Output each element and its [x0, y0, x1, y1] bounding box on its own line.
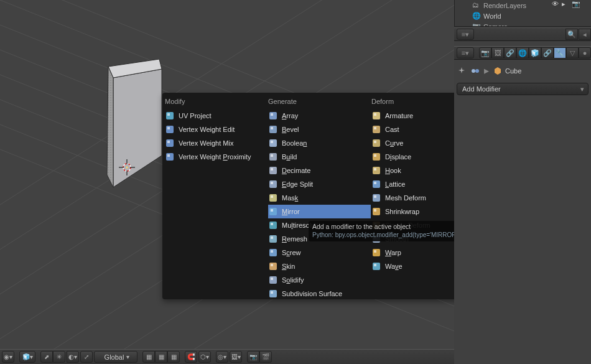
- svg-rect-68: [374, 141, 376, 143]
- tab-render[interactable]: 📷: [479, 47, 491, 58]
- modifier-item-solidify[interactable]: Solidify: [268, 273, 371, 287]
- svg-rect-56: [271, 250, 273, 253]
- svg-rect-30: [167, 127, 170, 129]
- world-icon: 🌐: [472, 12, 481, 21]
- svg-rect-28: [167, 113, 170, 116]
- scene-icon[interactable]: [470, 66, 480, 76]
- modifier-item-build[interactable]: Build: [268, 150, 371, 164]
- skin-icon: [268, 261, 278, 271]
- layers-2[interactable]: ▦: [155, 351, 167, 363]
- modifier-item-vertex-weight-proximity[interactable]: Vertex Weight Proximity: [165, 150, 268, 164]
- solid-icon: [268, 275, 278, 285]
- editor-type-button[interactable]: ≡▾: [457, 29, 474, 40]
- svg-marker-19: [107, 67, 113, 187]
- modifier-item-skin[interactable]: Skin: [268, 259, 371, 273]
- modifier-item-uv-project[interactable]: UV Project: [165, 109, 268, 123]
- svg-rect-86: [374, 264, 376, 266]
- breadcrumb[interactable]: Cube: [493, 66, 521, 76]
- modifier-label: Bevel: [282, 126, 299, 133]
- col-head: Modify: [165, 95, 268, 109]
- btn-pivot[interactable]: ◐▾: [67, 351, 79, 363]
- svg-rect-48: [271, 195, 273, 198]
- dropdown-label: Add Modifier: [462, 85, 501, 93]
- modifier-item-edge-split[interactable]: Edge Split: [268, 177, 371, 191]
- modifier-label: Wave: [385, 263, 403, 270]
- deci-icon: [268, 166, 278, 175]
- modifier-item-mask[interactable]: Mask: [268, 191, 371, 205]
- arm-icon: [371, 111, 381, 121]
- cam-btn[interactable]: 📷: [247, 351, 259, 363]
- svg-rect-32: [167, 141, 170, 143]
- tab-scene[interactable]: 🔗: [504, 47, 516, 58]
- svg-rect-52: [271, 223, 273, 225]
- layers-3[interactable]: ▦: [167, 351, 180, 363]
- clap-btn[interactable]: 🎬: [259, 351, 272, 363]
- modifier-label: Array: [282, 112, 298, 119]
- modifier-label: Shrinkwrap: [385, 208, 419, 215]
- layers-1[interactable]: ▦: [142, 351, 155, 363]
- pin-icon[interactable]: [457, 66, 467, 76]
- outliner-item[interactable]: 📷 Camera: [455, 21, 591, 26]
- col-head: Generate: [268, 95, 371, 109]
- modifier-item-decimate[interactable]: Decimate: [268, 164, 371, 177]
- modifier-label: Curve: [385, 139, 403, 147]
- outliner[interactable]: 👁▸📷 🗂 RenderLayers 🌐 World 📷 Camera: [454, 0, 591, 26]
- modifier-label: Screw: [282, 249, 301, 256]
- add-modifier-dropdown[interactable]: Add Modifier: [457, 83, 589, 95]
- render-btn[interactable]: 🖼▾: [230, 351, 242, 363]
- svg-rect-78: [374, 209, 376, 212]
- properties-header: ≡▾ 📷 🖼 🔗 🌐 🧊 🔗 🔧 ▽ ●: [454, 46, 591, 60]
- modifier-label: Boolean: [282, 139, 307, 147]
- modifier-label: Cast: [385, 126, 399, 133]
- modifier-label: Skin: [282, 263, 295, 270]
- properties-tabs[interactable]: 📷 🖼 🔗 🌐 🧊 🔗 🔧 ▽ ●: [479, 47, 591, 58]
- modifier-item-vertex-weight-edit[interactable]: Vertex Weight Edit: [165, 123, 268, 136]
- tab-modifiers[interactable]: 🔧: [554, 47, 566, 58]
- menu-column-modify: Modify UV ProjectVertex Weight EditVerte…: [165, 95, 268, 164]
- filter-btn[interactable]: 🔍: [565, 29, 578, 40]
- modifier-item-array[interactable]: Array: [268, 109, 371, 123]
- orient-label: Global: [102, 353, 127, 361]
- modifier-label: Lattice: [385, 180, 405, 188]
- tab-material[interactable]: ●: [579, 47, 591, 58]
- proportional-toggle[interactable]: ◎▾: [216, 351, 228, 363]
- snap-toggle[interactable]: 🧲: [185, 351, 197, 363]
- tab-world[interactable]: 🌐: [516, 47, 529, 58]
- modifier-item-subdivision-surface[interactable]: Subdivision Surface: [268, 287, 371, 301]
- array-icon: [268, 111, 278, 121]
- modifier-item-boolean[interactable]: Boolean: [268, 136, 371, 150]
- outliner-label: RenderLayers: [483, 2, 526, 9]
- tab-data[interactable]: ▽: [566, 47, 579, 58]
- tab-constraints[interactable]: 🔗: [541, 47, 554, 58]
- bool-icon: [268, 138, 278, 148]
- modifier-item-mirror[interactable]: Mirror: [268, 205, 371, 218]
- editor-type-button[interactable]: ≡▾: [457, 47, 474, 58]
- modifier-item-screw[interactable]: Screw: [268, 246, 371, 259]
- snap-type[interactable]: ⬡▾: [198, 351, 211, 363]
- outliner-item[interactable]: 🗂 RenderLayers: [455, 0, 591, 11]
- orient-dropdown[interactable]: Global▾: [94, 351, 137, 363]
- svg-rect-34: [167, 154, 170, 157]
- btn-normals[interactable]: ✳: [53, 351, 65, 363]
- vw-icon: [165, 152, 175, 162]
- bevel-icon: [268, 124, 278, 134]
- tab-layers[interactable]: 🖼: [491, 47, 504, 58]
- manipulator-toggle[interactable]: ⤢: [80, 351, 93, 363]
- mode-dropdown[interactable]: 🧊▾: [19, 351, 35, 363]
- modifier-label: Build: [282, 153, 297, 161]
- screw-icon: [268, 248, 278, 258]
- svg-rect-60: [271, 278, 273, 280]
- editor-type-button[interactable]: ◉▾: [2, 351, 14, 363]
- modifier-item-vertex-weight-mix[interactable]: Vertex Weight Mix: [165, 136, 268, 150]
- arrow-btn[interactable]: ◂: [579, 29, 591, 40]
- uvp-icon: [165, 111, 175, 121]
- tooltip-text: Add a modifier to the active object: [312, 223, 476, 231]
- vw-icon: [165, 124, 175, 134]
- side-panel: 👁▸📷 🗂 RenderLayers 🌐 World 📷 Camera ≡▾ 🔍…: [454, 0, 591, 364]
- modifier-item-bevel[interactable]: Bevel: [268, 123, 371, 136]
- build-icon: [268, 152, 278, 162]
- curve-icon: [371, 138, 381, 148]
- tab-object[interactable]: 🧊: [529, 47, 541, 58]
- btn-globalview[interactable]: ⬈: [40, 351, 53, 363]
- svg-rect-84: [374, 250, 376, 253]
